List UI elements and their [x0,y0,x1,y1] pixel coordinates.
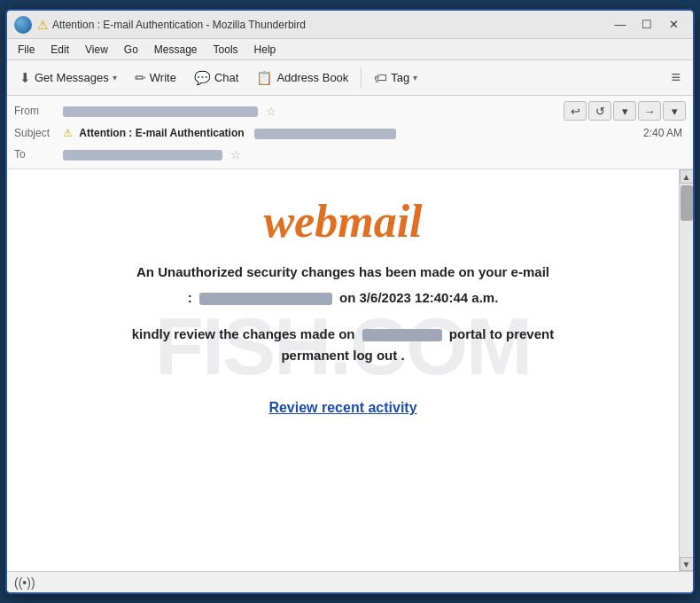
scroll-down-button[interactable]: ▼ [680,557,694,571]
to-address-blurred [63,150,222,161]
reply-button[interactable]: ↩ [564,101,587,121]
menu-go[interactable]: Go [117,42,145,58]
tag-icon: 🏷 [374,70,387,85]
reply-all-button[interactable]: ↺ [588,101,611,121]
to-star-icon[interactable]: ☆ [230,148,241,161]
address-book-button[interactable]: 📋 Address Book [249,64,355,92]
portal-blurred [362,329,442,341]
app-icon [14,16,32,34]
main-text-line2: : on 3/6/2023 12:40:44 a.m. [43,288,643,309]
reply-dropdown-button[interactable]: ▾ [613,101,636,121]
get-messages-button[interactable]: ⬇ Get Messages ▾ [12,64,124,92]
subject-warning-icon: ⚠ [63,127,73,139]
subject-label: Subject [14,127,63,139]
chat-button[interactable]: 💬 Chat [187,64,245,92]
title-warning: ⚠ [37,18,49,32]
sub-text-1: kindly review the changes made on [132,326,355,341]
webmail-title: webmail [43,196,643,247]
status-bar: ((•)) [7,571,693,592]
get-messages-dropdown-icon: ▾ [113,73,117,82]
menu-help[interactable]: Help [247,42,284,58]
get-messages-icon: ⬇ [19,70,31,86]
subject-extra-blurred [254,129,396,139]
from-value: ☆ [63,105,564,118]
nav-buttons: ↩ ↺ ▾ → ▾ [564,101,686,121]
close-button[interactable]: ✕ [661,15,686,35]
chat-icon: 💬 [194,70,211,86]
email-header: From ☆ ↩ ↺ ▾ → ▾ Subject ⚠ Attention : E… [7,96,693,169]
to-value: ☆ [63,148,686,161]
to-row: To ☆ [14,144,686,165]
scroll-up-button[interactable]: ▲ [680,169,694,184]
tag-button[interactable]: 🏷 Tag ▾ [367,64,424,92]
address-book-icon: 📋 [256,70,273,86]
email-time: 2:40 AM [643,127,686,139]
sub-text: kindly review the changes made on portal… [43,324,643,366]
content-area: FISH.COM webmail An Unauthorized securit… [7,169,693,571]
email-content: FISH.COM webmail An Unauthorized securit… [7,169,679,524]
main-text-2-content: on 3/6/2023 12:40:44 a.m. [339,290,498,305]
email-body: FISH.COM webmail An Unauthorized securit… [7,169,679,571]
email-address-blurred [199,293,332,305]
sub-text-3: permanent log out . [281,348,404,363]
scroll-thumb[interactable] [681,185,693,221]
menu-file[interactable]: File [11,42,42,58]
more-button[interactable]: ▾ [663,101,686,121]
window-title: Attention : E-mail Authentication - Mozi… [52,19,608,31]
menu-edit[interactable]: Edit [43,42,76,58]
email-content-inner: webmail An Unauthorized security changes… [43,196,643,416]
subject-text: Attention : E-mail Authentication [79,127,244,139]
get-messages-label: Get Messages [35,71,109,84]
forward-button[interactable]: → [638,101,661,121]
to-label: To [14,148,63,161]
menu-view[interactable]: View [78,42,115,58]
scrollbar[interactable]: ▲ ▼ [679,169,693,571]
chat-label: Chat [214,71,238,84]
from-address-blurred [63,106,258,117]
maximize-button[interactable]: ☐ [634,15,659,35]
menu-bar: File Edit View Go Message Tools Help [7,39,693,60]
from-label: From [14,105,63,117]
minimize-button[interactable]: — [608,15,633,35]
toolbar: ⬇ Get Messages ▾ ✏ Write 💬 Chat 📋 Addres… [7,60,693,96]
sub-text-2: portal to prevent [449,326,554,341]
hamburger-menu-button[interactable]: ≡ [664,65,688,90]
tag-dropdown-icon: ▾ [413,73,417,82]
subject-row: Subject ⚠ Attention : E-mail Authenticat… [14,122,686,144]
menu-message[interactable]: Message [147,42,205,58]
review-activity-link[interactable]: Review recent activity [268,400,416,416]
connection-status-icon: ((•)) [14,576,35,590]
title-bar: ⚠ Attention : E-mail Authentication - Mo… [7,11,693,39]
toolbar-divider [361,67,362,89]
scroll-track [680,223,693,557]
write-icon: ✏ [135,70,146,86]
write-button[interactable]: ✏ Write [128,64,183,92]
colon-text: : [188,290,192,305]
tag-label: Tag [391,71,409,84]
address-book-label: Address Book [276,71,348,84]
from-star-icon[interactable]: ☆ [266,105,276,118]
subject-value: ⚠ Attention : E-mail Authentication [63,127,643,139]
main-text-1-content: An Unauthorized security changes has bee… [136,264,549,279]
thunderbird-window: ⚠ Attention : E-mail Authentication - Mo… [5,9,695,594]
write-label: Write [150,71,176,84]
menu-tools[interactable]: Tools [206,42,245,58]
window-controls: — ☐ ✕ [608,15,686,35]
from-row: From ☆ ↩ ↺ ▾ → ▾ [14,99,686,122]
main-text-line1: An Unauthorized security changes has bee… [43,262,643,283]
